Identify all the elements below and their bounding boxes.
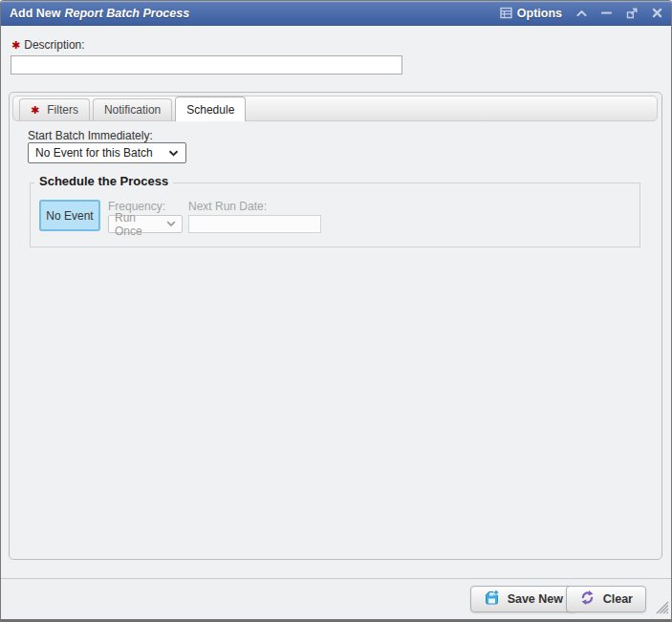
footer-bar: Save New Clear: [1, 578, 671, 619]
next-run-date-input: [188, 215, 321, 233]
tab-label: Schedule: [186, 103, 234, 117]
description-label-text: Description:: [24, 38, 84, 52]
close-button[interactable]: [652, 8, 662, 18]
required-icon: ✱: [31, 104, 39, 117]
popout-button[interactable]: [626, 8, 638, 19]
save-new-label: Save New: [508, 592, 563, 606]
frequency-selected-value: Run Once: [115, 211, 166, 238]
dialog-title-emphasis: Report Batch Process: [64, 7, 189, 20]
refresh-icon: [579, 590, 596, 609]
tab-label: Notification: [104, 103, 161, 117]
no-event-button[interactable]: No Event: [39, 200, 100, 231]
minus-icon: [601, 11, 612, 15]
dialog-title: Add NewReport Batch Process: [10, 7, 189, 20]
start-batch-selected-value: No Event for this Batch: [35, 146, 153, 160]
tab-filters[interactable]: ✱ Filters: [19, 98, 90, 120]
chevron-up-icon: [576, 10, 587, 17]
save-new-icon: [484, 590, 500, 609]
dialog-title-prefix: Add New: [10, 7, 60, 20]
description-input[interactable]: [11, 55, 402, 75]
collapse-button[interactable]: [576, 10, 587, 17]
clear-button[interactable]: Clear: [566, 586, 646, 612]
options-grid-icon: [500, 7, 512, 19]
tab-notification[interactable]: Notification: [93, 98, 172, 120]
schedule-process-fieldset: Schedule the Process No Event Frequency:…: [30, 182, 640, 247]
tab-label: Filters: [47, 103, 78, 117]
required-icon: ✱: [11, 39, 20, 51]
chevron-down-icon: [168, 150, 179, 157]
chevron-down-icon: [166, 221, 176, 227]
tab-panel: ✱ Filters Notification Schedule Start Ba…: [9, 92, 662, 560]
popout-icon: [626, 8, 638, 19]
no-event-button-label: No Event: [46, 209, 93, 223]
dialog-window: Add NewReport Batch Process Options: [0, 0, 672, 622]
frequency-select: Run Once: [108, 215, 183, 233]
description-label: ✱Description:: [11, 38, 85, 52]
clear-label: Clear: [603, 592, 633, 606]
next-run-date-label: Next Run Date:: [188, 200, 267, 213]
options-button[interactable]: Options: [500, 7, 562, 20]
tab-schedule[interactable]: Schedule: [175, 97, 246, 121]
tab-strip: ✱ Filters Notification Schedule: [12, 96, 658, 121]
start-batch-select[interactable]: No Event for this Batch: [28, 142, 186, 163]
minimize-button[interactable]: [601, 11, 612, 15]
save-new-button[interactable]: Save New: [470, 586, 576, 612]
close-icon: [652, 8, 662, 18]
titlebar[interactable]: Add NewReport Batch Process Options: [1, 1, 671, 26]
start-batch-label: Start Batch Immediately:: [28, 129, 153, 142]
resize-grip[interactable]: [655, 600, 669, 618]
options-label: Options: [517, 7, 562, 20]
schedule-section-title: Schedule the Process: [34, 174, 173, 188]
titlebar-controls: Options: [500, 7, 662, 20]
